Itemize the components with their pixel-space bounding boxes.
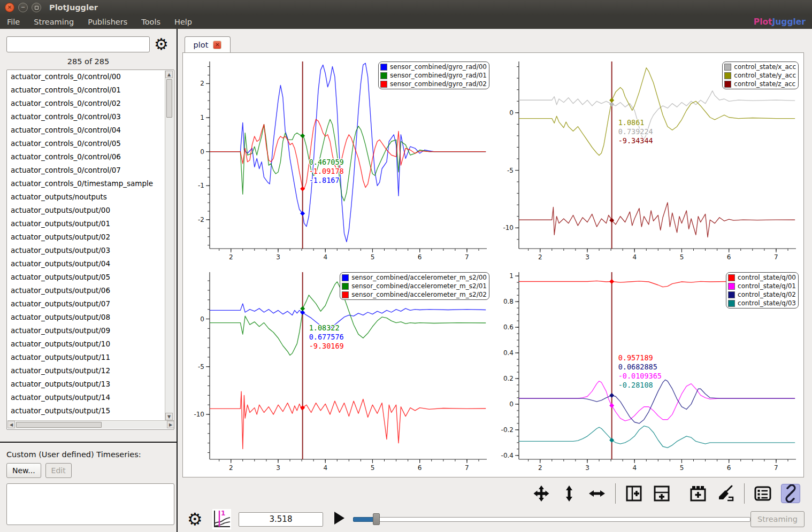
play-button[interactable] [333, 511, 346, 527]
link-axes-icon[interactable] [781, 484, 800, 503]
slider-handle[interactable] [373, 513, 380, 525]
plot-legend[interactable]: control_state/x_acccontrol_state/y_accco… [722, 61, 799, 89]
legend-entry[interactable]: sensor_combined/gyro_rad/02 [380, 80, 487, 88]
time-value-field[interactable] [239, 512, 323, 527]
list-item[interactable]: actuator_controls_0/control/05 [7, 137, 165, 150]
scroll-down-icon[interactable]: ▼ [165, 413, 173, 420]
legend-entry[interactable]: sensor_combined/gyro_rad/00 [380, 63, 487, 71]
svg-text:6: 6 [727, 253, 731, 261]
legend-toggle-icon[interactable] [753, 484, 772, 503]
list-item[interactable]: actuator_outputs/output/06 [7, 284, 165, 297]
list-item[interactable]: actuator_outputs/output/07 [7, 297, 165, 311]
svg-text:-10: -10 [194, 411, 204, 418]
tab-close-icon[interactable]: ✕ [213, 41, 221, 49]
list-item[interactable]: actuator_outputs/output/11 [7, 351, 165, 364]
menu-publishers[interactable]: Publishers [81, 16, 134, 28]
list-item[interactable]: actuator_outputs/output/04 [7, 257, 165, 271]
list-item[interactable]: actuator_controls_0/timestamp_sample [7, 177, 165, 190]
svg-text:0.6: 0.6 [503, 323, 514, 331]
search-input[interactable] [6, 36, 150, 52]
gear-icon[interactable]: ⚙ [154, 36, 168, 52]
legend-entry[interactable]: control_state/x_acc [724, 63, 796, 71]
add-tab-icon[interactable] [688, 484, 708, 503]
legend-entry[interactable]: control_state/q/03 [728, 299, 796, 307]
list-item[interactable]: actuator_outputs/output/12 [7, 364, 165, 377]
list-item[interactable]: actuator_controls_0/control/00 [7, 70, 165, 83]
list-item[interactable]: actuator_controls_0/control/02 [7, 97, 165, 110]
list-item[interactable]: actuator_outputs/noutputs [7, 190, 165, 204]
legend-entry[interactable]: control_state/y_acc [724, 71, 796, 80]
plot-control-acc[interactable]: 2345670-5-101.08610.739224-9.34344contro… [496, 57, 800, 263]
menu-tools[interactable]: Tools [134, 16, 167, 28]
legend-swatch-icon [728, 283, 735, 290]
plot-legend[interactable]: sensor_combined/accelerometer_m_s2/00sen… [340, 272, 489, 300]
legend-entry[interactable]: control_state/q/02 [728, 290, 796, 299]
list-item[interactable]: actuator_controls_0/control/04 [7, 124, 165, 137]
legend-entry[interactable]: sensor_combined/accelerometer_m_s2/02 [342, 290, 487, 299]
plot-quaternion[interactable]: 23456710.80.60.40.20-0.2-0.40.9571890.06… [496, 268, 800, 473]
svg-text:-0.2: -0.2 [501, 426, 514, 434]
tab-plot[interactable]: plot ✕ [185, 36, 231, 52]
clear-broom-icon[interactable] [716, 484, 736, 503]
svg-text:1: 1 [509, 272, 514, 280]
scroll-left-icon[interactable]: ◀ [7, 421, 15, 428]
list-item[interactable]: actuator_outputs/output/05 [7, 271, 165, 284]
window-close-button[interactable]: ✕ [5, 3, 14, 12]
plot-legend[interactable]: sensor_combined/gyro_rad/00sensor_combin… [378, 61, 489, 89]
list-item[interactable]: actuator_outputs/output/13 [7, 377, 165, 391]
menu-help[interactable]: Help [167, 16, 199, 28]
legend-entry[interactable]: control_state/z_acc [724, 80, 796, 88]
vertical-scrollbar[interactable]: ▲ ▼ [165, 71, 173, 420]
legend-entry[interactable]: control_state/q/01 [728, 282, 796, 290]
list-item[interactable]: actuator_controls_0/control/01 [7, 83, 165, 97]
svg-text:0.0682885: 0.0682885 [618, 363, 657, 371]
list-item[interactable]: actuator_controls_0/control/03 [7, 110, 165, 124]
pan-zoom-icon[interactable] [532, 484, 551, 503]
list-item[interactable]: actuator_outputs/output/03 [7, 244, 165, 257]
add-row-icon[interactable] [652, 484, 671, 503]
list-item[interactable]: actuator_outputs/output/15 [7, 404, 165, 418]
svg-text:2: 2 [538, 253, 542, 261]
legend-swatch-icon [342, 291, 349, 298]
svg-text:-2: -2 [198, 216, 204, 223]
svg-text:-5: -5 [198, 363, 204, 371]
new-custom-button[interactable]: New... [6, 463, 41, 478]
plot-gyro[interactable]: 234567-2-10120.467059-1.09178-1.8167sens… [187, 57, 491, 263]
window-minimize-button[interactable]: ─ [18, 3, 28, 12]
list-item[interactable]: actuator_controls_0/control/06 [7, 150, 165, 164]
slider-track[interactable] [353, 517, 750, 522]
horizontal-scroll-thumb[interactable] [16, 422, 102, 428]
window-maximize-button[interactable] [32, 3, 41, 12]
splitter-handle[interactable] [0, 442, 177, 443]
legend-entry[interactable]: sensor_combined/gyro_rad/01 [380, 71, 487, 80]
plot-legend[interactable]: control_state/q/00control_state/q/01cont… [726, 272, 799, 309]
list-item[interactable]: actuator_outputs/output/01 [7, 217, 165, 230]
horizontal-scrollbar[interactable]: ◀ ▶ [7, 420, 174, 429]
list-item[interactable]: actuator_outputs/output/00 [7, 204, 165, 217]
settings-gear-icon[interactable]: ⚙ [187, 511, 203, 527]
scroll-right-icon[interactable]: ▶ [167, 421, 174, 428]
list-item[interactable]: actuator_outputs/output/02 [7, 230, 165, 244]
svg-text:1: 1 [221, 510, 225, 517]
list-item[interactable]: actuator_outputs/output/10 [7, 337, 165, 351]
svg-text:0: 0 [200, 315, 204, 323]
zoom-horizontal-icon[interactable] [587, 484, 607, 503]
menu-file[interactable]: File [0, 16, 27, 28]
list-item[interactable]: actuator_controls_0/control/07 [7, 164, 165, 177]
legend-label: sensor_combined/accelerometer_m_s2/00 [351, 274, 487, 281]
add-column-icon[interactable] [624, 484, 644, 503]
plot-accelerometer[interactable]: 2345670-5-101.083220.677576-9.30169senso… [187, 268, 491, 473]
list-item[interactable]: actuator_outputs/output/08 [7, 311, 165, 324]
list-item[interactable]: actuator_outputs/output/14 [7, 391, 165, 404]
list-item[interactable]: actuator_outputs/output/09 [7, 324, 165, 337]
time-slider[interactable] [353, 513, 750, 526]
legend-entry[interactable]: control_state/q/00 [728, 273, 796, 282]
legend-entry[interactable]: sensor_combined/accelerometer_m_s2/01 [342, 282, 487, 290]
menu-streaming[interactable]: Streaming [27, 16, 81, 28]
zoom-vertical-icon[interactable] [560, 484, 579, 503]
custom-timeseries-list[interactable] [6, 483, 174, 525]
tracker-style-button[interactable]: 1 [212, 509, 231, 529]
legend-entry[interactable]: sensor_combined/accelerometer_m_s2/00 [342, 273, 487, 282]
scroll-up-icon[interactable]: ▲ [165, 71, 173, 78]
vertical-scroll-thumb[interactable] [166, 79, 172, 118]
